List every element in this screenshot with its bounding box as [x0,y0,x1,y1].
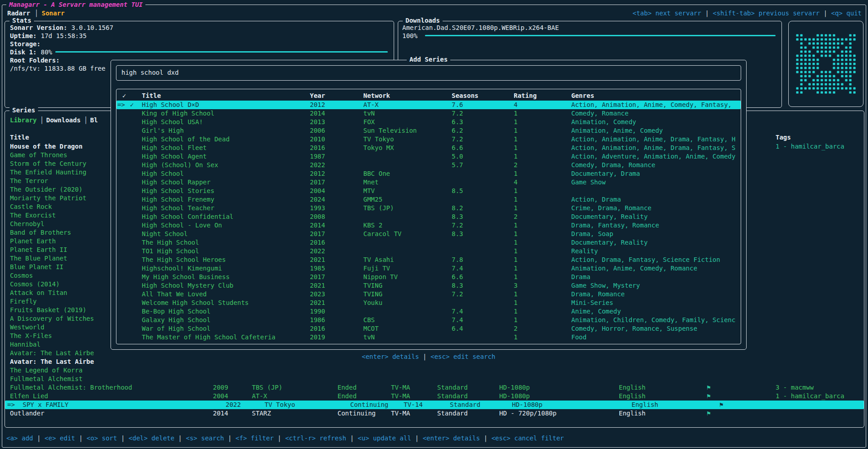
result-genres-cell: Comedy, Romance [571,109,628,118]
result-row[interactable]: All That We Loved2023TVING7.21Drama, Rom… [116,290,741,299]
series-tags-column-header: Tags [776,133,791,142]
result-row[interactable]: High School Fleet2016Tokyo MX6.61Action,… [116,144,741,152]
result-row[interactable]: High School Mystery Club2021TVING8.33Gam… [116,281,741,290]
result-title-cell: Be-Bop High School [142,307,211,316]
hint-item: <e> edit [44,435,75,442]
series-series_type-cell: Standard [450,401,480,409]
result-column-header: Genres [571,92,594,100]
result-seasons-cell: 7.2 [452,221,463,230]
series-title-cell: Attack on Titan [10,289,67,297]
result-title-cell: High School of the Dead [142,135,230,144]
result-row[interactable]: High School Teacher1993TBS (JP)8.21Crime… [116,204,741,212]
result-title-cell: High School Stories [142,187,214,195]
result-network-cell: MTV [363,187,375,195]
series-title-cell: The Terror [10,177,48,185]
result-row[interactable]: High School Frenemy2024GMM251Action, Dra… [116,195,741,204]
result-rating-cell: 1 [514,290,517,299]
series-title-cell: Cosmos (2014) [10,280,60,289]
result-year-cell: 2021 [310,281,325,290]
result-title-cell: All That We Loved [142,290,207,299]
series-row[interactable]: =>SPY x FAMILY2022TV TokyoContinuingTV-1… [5,401,864,409]
result-genres-cell: Food [571,333,587,342]
series-title-cell: Storm of the Century [10,159,87,168]
result-row[interactable]: My High School Business2017Nippon TV6.61… [116,273,741,281]
result-row[interactable]: High School2012BBC One1Documentary, Dram… [116,169,741,178]
tab-radarr[interactable]: Radarr [7,9,30,18]
uptime-line: Uptime:17d 15:58:35 [10,32,87,40]
result-genres-cell: Mini-Series [571,299,613,307]
result-row[interactable]: High (School) On Sex20225.72Comedy, Dram… [116,161,741,169]
result-row[interactable]: Night School2017Caracol TV8.31Drama, Soa… [116,230,741,238]
result-row[interactable]: High School USA!2013FOX6.31Animation, Co… [116,118,741,126]
series-title-cell: The Legend of Korra [10,366,82,375]
result-row[interactable]: High School Confidential20088.32Document… [116,212,741,221]
result-rating-cell: 1 [514,187,517,195]
series-row[interactable]: Fullmetal Alchemist: Brotherhood2009TBS … [5,383,864,392]
result-row[interactable]: King of High School2014tvN7.21Comedy, Ro… [116,109,741,118]
result-row[interactable]: High School Agent19875.01Action, Adventu… [116,152,741,161]
result-genres-cell: Action, Animation, Anime, Comedy, Fantas… [571,101,732,109]
selection-marker-icon: => [7,401,15,409]
result-row[interactable]: TO1 High School20221Reality [116,247,741,256]
result-year-cell: 2014 [310,221,325,230]
result-title-cell: High School Rapper [142,178,211,187]
tab-sonarr[interactable]: Sonarr [42,9,65,18]
result-genres-cell: Anime, Comedy [571,307,621,316]
result-rating-cell: 1 [514,264,517,273]
series-row[interactable]: Elfen Lied2004AT-XEndedTV-MAStandardHD-1… [5,392,864,401]
result-title-cell: King of High School [142,109,214,118]
storage-label: Storage: [10,40,40,48]
result-row[interactable]: Girl's High2006Sun Television6.21Animati… [116,126,741,135]
tab-separator: │ [40,116,43,125]
disk-usage-bar [55,51,388,53]
series-title-cell: Castle Rock [10,203,52,211]
series-row[interactable]: Fullmetal Alchemist [5,375,864,383]
result-row[interactable]: Highschool! Kimengumi1985Fuji TV7.41Anim… [116,264,741,273]
result-rating-cell: 3 [514,281,517,290]
result-row[interactable]: High School Stories2004MTV8.51 [116,187,741,195]
result-network-cell: Sun Television [363,126,417,135]
hint-item: <enter> details [362,353,419,360]
result-row[interactable]: The High School Heroes2021TV Asahi7.81Ac… [116,256,741,264]
series-row[interactable]: Outlander2014STARZContinuingTV-MAStandar… [5,409,864,418]
result-year-cell: 2022 [310,161,325,169]
tab-separator: │ [34,9,38,18]
result-row[interactable]: Welcome High School Students2021Youku1Mi… [116,299,741,307]
hint-separator: | [117,435,128,442]
series-row[interactable]: The Legend of Korra [5,366,864,375]
result-row[interactable]: The High School20161Documentary, Reality [116,238,741,247]
result-network-cell: tvN [363,333,375,342]
bottom-keybind-hints: <a> add | <e> edit | <o> sort | <del> de… [6,434,564,443]
result-row[interactable]: Galaxy High School1986CBS7.41Animation, … [116,316,741,324]
result-row[interactable]: High School of the Dead2010TV Tokyo7.21A… [116,135,741,144]
result-seasons-cell: 8.3 [452,212,463,221]
result-seasons-cell: 7.4 [452,307,463,316]
series-certification-cell: TV-14 [404,401,423,409]
search-input[interactable] [116,65,741,81]
series-year-cell: 2004 [213,392,228,401]
series-series_type-cell: Standard [437,383,468,392]
series-title-cell: Moriarty the Patriot [10,194,87,203]
hint-item: <enter> details [423,435,480,442]
result-year-cell: 2008 [310,212,325,221]
result-seasons-cell: 8.3 [452,281,463,290]
series-tags-cell: 1 - hamilcar_barca [776,142,844,151]
series-title-cell: The Outsider (2020) [10,185,82,194]
result-rating-cell: 1 [514,273,517,281]
series-language-cell: English [619,392,646,401]
result-row[interactable]: War of High School2016MCOT6.42Comedy, Ho… [116,324,741,333]
tab-blocklist[interactable]: Bl [90,116,98,125]
result-row[interactable]: =>✓High School D×D2012AT-X7.64Action, An… [116,101,741,109]
result-row[interactable]: Be-Bop High School19907.41Anime, Comedy [116,307,741,316]
result-row[interactable]: The Master of High School Cafeteria2019t… [116,333,741,342]
result-rating-cell: 2 [514,324,517,333]
hint-separator: | [820,10,831,17]
popup-keybind-hints: <enter> details | <esc> edit search [111,352,747,361]
tab-downloads[interactable]: Downloads [46,116,81,125]
result-row[interactable]: High School Rapper2017Mnet4Game Show [116,178,741,187]
result-title-cell: The Master of High School Cafeteria [142,333,275,342]
tab-library[interactable]: Library [10,116,37,125]
result-row[interactable]: High School - Love On2014KBS 27.21Drama,… [116,221,741,230]
series-network-cell: TBS (JP) [252,383,282,392]
result-year-cell: 1993 [310,204,325,212]
